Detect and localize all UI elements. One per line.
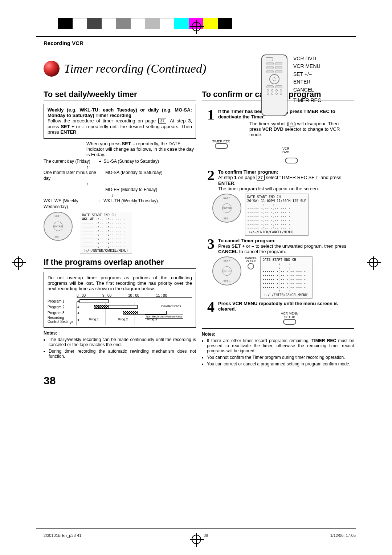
step-4: 4 Press VCR MENU repeatedly until the me…: [206, 301, 350, 325]
step2-diagram: SET + SET – ENTER DATE START END CH 26(S…: [212, 194, 350, 236]
red-sphere-icon: [44, 61, 60, 77]
label-timer-rec: TIMER REC: [293, 98, 321, 103]
display-table-1: DATE START END CH WKL-WE -:-- -:-- --- -…: [80, 212, 132, 254]
menu-button-icon: [283, 319, 296, 325]
page-title: Timer recording (Continued): [64, 62, 206, 76]
heading-overlap: If the programs overlap another: [44, 258, 196, 269]
step-2: 2 To confirm Timer program: At step 1 on…: [206, 169, 350, 191]
crop-line-top: [36, 36, 356, 37]
registration-mark-right: [369, 258, 378, 267]
overlap-box: Do not overlap timer programs as portion…: [44, 272, 196, 328]
left-notes: Notes: The daily/weekly recording can be…: [44, 331, 196, 359]
overlap-gantt: 8 : 009 : 00 10 : 0011 : 00 Program 1➔ P…: [48, 293, 192, 324]
footer-file: 2I30101B-En_p38-41: [44, 533, 82, 538]
step1-diagram: TIMER REC VCR DVD: [212, 139, 350, 167]
crop-line-bottom: [36, 528, 356, 529]
display-table-3: DATE START END CH ------ -:-- -:-- --- -…: [260, 256, 313, 299]
section-header: Recording VCR: [44, 40, 356, 46]
page-content: Recording VCR Timer recording (Continued…: [44, 40, 356, 387]
registration-mark-left: [14, 258, 23, 267]
step3-diagram: SET + SET – ENTER CANCEL CLEAR DATE STAR…: [212, 256, 350, 299]
right-notes: Notes: If there are other timer record p…: [202, 332, 354, 366]
right-column: To confirm or cancel a program 1 If the …: [202, 86, 354, 368]
step1-sub: The timer symbol (⏱) will disappear. The…: [249, 121, 350, 137]
footer-date: 1/12/06, 17:05: [330, 533, 356, 538]
navpad-icon-2: SET + SET – ENTER: [212, 194, 241, 223]
timer-rec-button-icon: [215, 143, 228, 149]
footer: 2I30101B-En_p38-41 38 1/12/06, 17:05: [44, 533, 356, 538]
display-table-2: DATE START END CH 26(SA) 11:00PM 11:30PM…: [245, 194, 309, 236]
remote-labels: VCR DVD VCR MENU SET +/– ENTER CANCEL TI…: [293, 56, 321, 105]
left-column: To set daily/weekly timer Weekly (e.g. W…: [44, 86, 196, 368]
timer-symbol-icon: ⏱: [289, 122, 294, 126]
overlap-body: Do not overlap timer programs as portion…: [48, 275, 192, 291]
registration-mark-top: [192, 22, 201, 31]
label-set: SET +/–: [293, 72, 321, 77]
page-number: 38: [44, 374, 356, 387]
label-vcr-menu: VCR MENU: [293, 64, 321, 69]
heading-set-timer: To set daily/weekly timer: [44, 90, 196, 101]
follow-text: Follow the procedure of timer recording …: [48, 118, 192, 135]
date-flow-diagram: The current day (Friday)➔ SU-SA (Sunday …: [44, 159, 196, 210]
printer-color-bar: [58, 18, 232, 29]
page-ref-37: 37: [158, 118, 166, 124]
confirm-box: 1 If the Timer has been activated, press…: [202, 104, 354, 329]
navpad-icon-3: SET + SET – ENTER: [212, 256, 241, 285]
vcr-dvd-button-icon: [285, 158, 298, 163]
step-3: 3 To cancel Timer program: Press SET + o…: [206, 238, 350, 254]
navpad-icon: SET + SET – ENTER: [44, 212, 73, 241]
label-vcr-dvd: VCR DVD: [293, 56, 321, 61]
cancel-button-icon: CANCEL CLEAR: [245, 256, 257, 270]
label-cancel: CANCEL: [293, 87, 321, 93]
remote-icon: [261, 54, 287, 116]
set-minus-note: When you press SET – repeatedly, the DAT…: [86, 141, 196, 157]
set-timer-box: Weekly (e.g. WKL-TU: each Tuesday) or da…: [44, 104, 196, 139]
label-enter: ENTER: [293, 79, 321, 85]
weekly-lead: Weekly (e.g. WKL-TU: each Tuesday) or da…: [48, 107, 192, 118]
vcr-menu-label: VCR MENU SETUP: [229, 312, 350, 325]
footer-page: 38: [204, 533, 208, 538]
